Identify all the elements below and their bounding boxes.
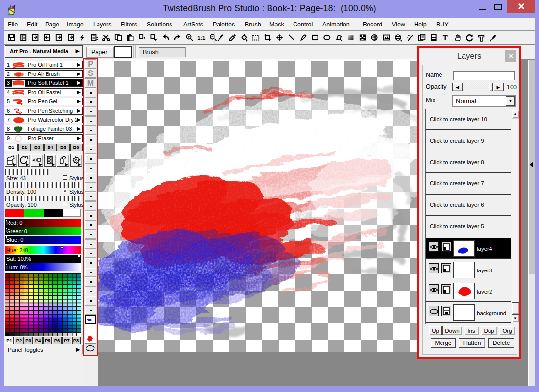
svg-text:1:1: 1:1 [197, 35, 205, 41]
svg-text:T: T [443, 34, 448, 42]
